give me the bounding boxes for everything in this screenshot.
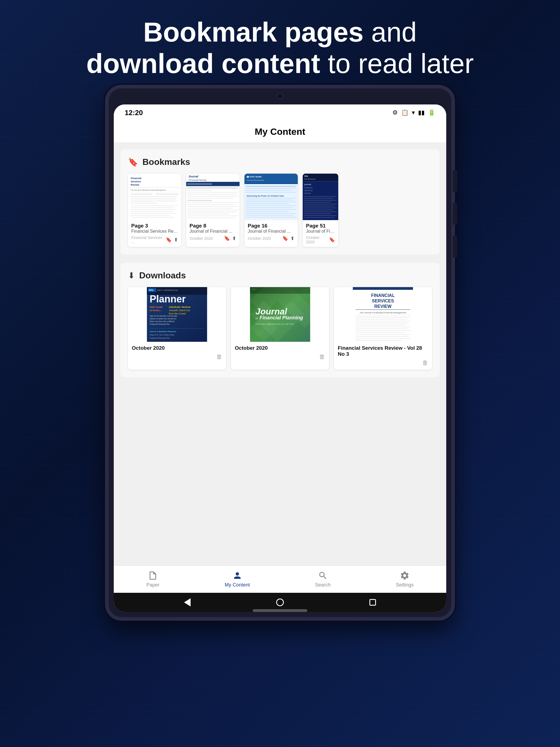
svg-rect-135: [356, 325, 406, 325]
bookmark-card-1[interactable]: Financial Services Review The Journal of…: [128, 174, 181, 247]
svg-rect-19: [131, 211, 173, 212]
share-icon-1[interactable]: ⬆: [174, 237, 178, 243]
planner-cover-svg: FPA NEXT GENERATION Planner Huh! Good to…: [128, 287, 226, 342]
svg-text:Financial Planning Plan: Financial Planning Plan: [150, 323, 170, 325]
svg-text:FPA: FPA: [304, 175, 308, 177]
android-home-btn[interactable]: [276, 598, 284, 607]
download-footer-3: Financial Services Review - Vol 28 No 3 …: [334, 342, 432, 370]
delete-icon-3[interactable]: 🗑: [422, 359, 428, 366]
svg-rect-37: [187, 200, 212, 201]
svg-rect-22: [131, 217, 175, 217]
battery-icon: 🔋: [428, 109, 435, 116]
statbank-thumbnail-svg: ▮▮ STAT BANK Financial Planning Data Har…: [245, 174, 298, 220]
nav-mycontent[interactable]: My Content: [225, 571, 250, 588]
nav-settings[interactable]: Settings: [396, 571, 414, 588]
svg-text:FPA Publication: FPA Publication: [304, 178, 316, 180]
svg-text:You're a NexGen Planner!: You're a NexGen Planner!: [150, 330, 176, 333]
svg-text:Financial Planning Data: Financial Planning Data: [247, 179, 264, 181]
svg-rect-78: [304, 198, 334, 199]
bookmark-card-2[interactable]: Journal of Financial Planning: [186, 174, 239, 247]
svg-rect-58: [246, 200, 294, 200]
svg-text:FPA: FPA: [149, 289, 154, 291]
svg-rect-10: [131, 200, 154, 202]
svg-rect-13: [155, 196, 177, 197]
svg-rect-31: [187, 187, 238, 189]
svg-rect-11: [131, 203, 157, 204]
download-footer-2: October 2020 🗑: [231, 342, 329, 364]
svg-text:Review: Review: [131, 183, 139, 186]
bookmarks-title: Bookmarks: [143, 157, 190, 167]
delete-icon-2[interactable]: 🗑: [319, 353, 325, 360]
bookmark-page-2: Page 8: [189, 223, 236, 229]
svg-rect-79: [304, 200, 337, 201]
svg-text:from the Crowd: from the Crowd: [169, 312, 186, 315]
svg-text:Financial Planning: Financial Planning: [259, 315, 303, 320]
svg-rect-104: [150, 328, 204, 329]
svg-rect-41: [187, 208, 232, 209]
bookmark-thumb-2: Journal of Financial Planning: [186, 174, 239, 220]
share-icon-3[interactable]: ⬆: [290, 235, 295, 241]
svg-rect-55: [246, 192, 296, 193]
bookmark-icon-4[interactable]: 🔖: [329, 237, 335, 243]
android-back-btn[interactable]: [183, 598, 192, 607]
svg-rect-85: [304, 211, 337, 212]
svg-text:The Journal of Individual Fina: The Journal of Individual Financial Mana…: [131, 189, 166, 191]
svg-rect-63: [246, 209, 296, 210]
search-icon: [318, 571, 328, 581]
svg-rect-40: [187, 206, 238, 207]
svg-rect-133: [356, 321, 410, 321]
download-actions-3: 🗑: [338, 359, 428, 366]
share-icon-2[interactable]: ⬆: [232, 235, 236, 241]
svg-rect-21: [131, 215, 169, 216]
bookmark-title-1: Financial Services Review: [131, 229, 178, 234]
download-card-2[interactable]: FPA Journal of Financial Planning OFFICI…: [231, 287, 329, 370]
bookmark-icon-1[interactable]: 🔖: [166, 237, 172, 243]
svg-text:FPA: FPA: [252, 288, 255, 290]
svg-rect-18: [131, 209, 176, 210]
svg-rect-140: [356, 334, 410, 335]
download-title-3: Financial Services Review - Vol 28 No 3: [338, 345, 428, 357]
download-thumb-1: FPA NEXT GENERATION Planner Huh! Good to…: [128, 287, 226, 342]
svg-text:Services: Services: [131, 180, 141, 183]
nav-paper[interactable]: Paper: [146, 571, 159, 588]
signal-icon: ▮▮: [418, 109, 425, 116]
bookmark-card-4[interactable]: FPA FPA Publication journal. FINANCIAL S…: [303, 174, 338, 247]
delete-icon-1[interactable]: 🗑: [216, 353, 222, 360]
svg-rect-60: [246, 203, 289, 204]
bookmark-icon-3[interactable]: 🔖: [282, 235, 288, 241]
home-circle-icon: [276, 598, 284, 606]
tablet-camera: [278, 94, 282, 98]
svg-rect-20: [131, 213, 177, 214]
download-thumb-3: FINANCIAL SERVICES REVIEW The Journal of…: [334, 287, 432, 342]
downloads-header: ⬇ Downloads: [128, 271, 432, 281]
svg-rect-14: [155, 198, 176, 199]
download-card-1[interactable]: FPA NEXT GENERATION Planner Huh! Good to…: [128, 287, 226, 370]
svg-rect-134: [356, 323, 409, 324]
svg-rect-142: [356, 338, 410, 339]
bookmark-title-4: Journal of Financial ...: [306, 229, 335, 234]
tablet-screen: 12:20 ⚙ 📋 ▾ ▮▮ 🔋 My Content 🔖: [114, 104, 446, 612]
download-card-3[interactable]: FINANCIAL SERVICES REVIEW The Journal of…: [334, 287, 432, 370]
journal-cover-svg: FPA Journal of Financial Planning OFFICI…: [231, 287, 329, 342]
svg-rect-36: [187, 198, 234, 199]
tablet-frame: 12:20 ⚙ 📋 ▾ ▮▮ 🔋 My Content 🔖: [105, 85, 455, 621]
nav-search[interactable]: Search: [315, 571, 331, 588]
svg-rect-43: [187, 212, 236, 212]
svg-rect-35: [187, 196, 238, 197]
bookmark-card-3[interactable]: ▮▮ STAT BANK Financial Planning Data Har…: [245, 174, 298, 247]
svg-rect-131: [356, 317, 410, 318]
android-recent-btn[interactable]: [368, 598, 377, 607]
nav-mycontent-label: My Content: [225, 582, 250, 588]
svg-rect-77: [304, 196, 337, 197]
svg-text:FINANCIAL: FINANCIAL: [304, 187, 313, 189]
header-regular-1: and: [364, 17, 417, 47]
svg-text:of: of: [255, 317, 258, 320]
mycontent-icon: [232, 571, 242, 581]
paper-icon: [148, 571, 158, 581]
download-footer-1: October 2020 🗑: [128, 342, 226, 364]
bookmark-icon-2[interactable]: 🔖: [224, 235, 230, 241]
content-area[interactable]: 🔖 Bookmarks Financial Services R: [114, 143, 446, 565]
bookmark-thumb-3: ▮▮ STAT BANK Financial Planning Data Har…: [245, 174, 298, 220]
svg-text:FINANCIAL: FINANCIAL: [371, 293, 395, 298]
download-title-1: October 2020: [132, 345, 222, 351]
